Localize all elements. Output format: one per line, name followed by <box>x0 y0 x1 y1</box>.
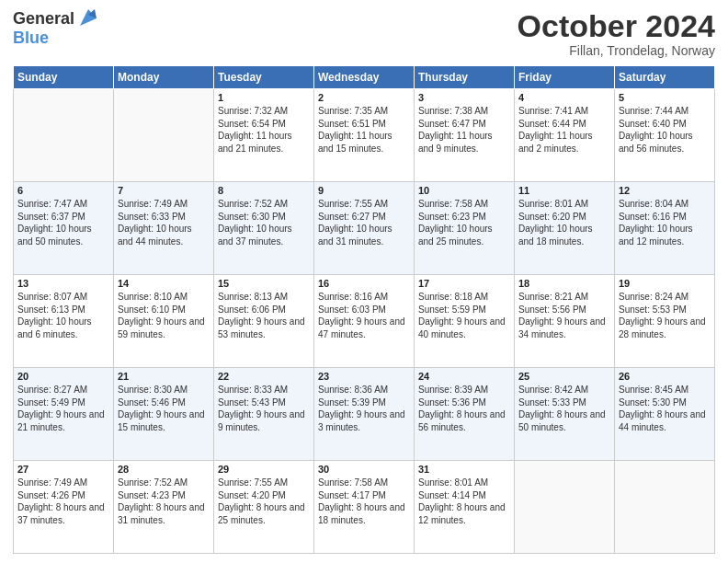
day-number: 9 <box>318 185 410 196</box>
day-info: Sunrise: 8:16 AMSunset: 6:03 PMDaylight:… <box>318 291 410 340</box>
calendar-cell: 16Sunrise: 8:16 AMSunset: 6:03 PMDayligh… <box>314 275 415 368</box>
day-info: Sunrise: 7:52 AMSunset: 6:30 PMDaylight:… <box>218 198 310 247</box>
calendar-header-row: SundayMondayTuesdayWednesdayThursdayFrid… <box>14 66 715 89</box>
calendar-cell: 25Sunrise: 8:42 AMSunset: 5:33 PMDayligh… <box>515 368 615 461</box>
day-number: 23 <box>318 371 410 382</box>
calendar-cell: 6Sunrise: 7:47 AMSunset: 6:37 PMDaylight… <box>14 182 114 275</box>
day-info: Sunrise: 7:32 AMSunset: 6:54 PMDaylight:… <box>218 105 310 155</box>
weekday-header: Sunday <box>14 66 114 89</box>
weekday-header: Wednesday <box>314 66 415 89</box>
day-info: Sunrise: 8:01 AMSunset: 4:14 PMDaylight:… <box>418 477 510 526</box>
day-info: Sunrise: 7:58 AMSunset: 4:17 PMDaylight:… <box>318 477 410 526</box>
calendar-cell: 14Sunrise: 8:10 AMSunset: 6:10 PMDayligh… <box>114 275 214 368</box>
day-info: Sunrise: 7:55 AMSunset: 6:27 PMDaylight:… <box>318 198 410 247</box>
calendar-cell: 23Sunrise: 8:36 AMSunset: 5:39 PMDayligh… <box>314 368 415 461</box>
calendar-cell: 20Sunrise: 8:27 AMSunset: 5:49 PMDayligh… <box>14 368 114 461</box>
day-info: Sunrise: 8:21 AMSunset: 5:56 PMDaylight:… <box>518 291 610 340</box>
day-number: 15 <box>218 278 310 289</box>
day-number: 8 <box>218 185 310 196</box>
calendar-cell: 26Sunrise: 8:45 AMSunset: 5:30 PMDayligh… <box>615 368 715 461</box>
calendar-week-row: 6Sunrise: 7:47 AMSunset: 6:37 PMDaylight… <box>14 182 715 275</box>
weekday-header: Friday <box>515 66 615 89</box>
weekday-header: Monday <box>114 66 214 89</box>
calendar-cell: 30Sunrise: 7:58 AMSunset: 4:17 PMDayligh… <box>314 461 415 554</box>
calendar-cell: 28Sunrise: 7:52 AMSunset: 4:23 PMDayligh… <box>114 461 214 554</box>
calendar-cell: 15Sunrise: 8:13 AMSunset: 6:06 PMDayligh… <box>214 275 314 368</box>
weekday-header: Tuesday <box>214 66 314 89</box>
calendar: SundayMondayTuesdayWednesdayThursdayFrid… <box>13 65 715 554</box>
day-number: 27 <box>17 464 109 475</box>
calendar-cell: 19Sunrise: 8:24 AMSunset: 5:53 PMDayligh… <box>615 275 715 368</box>
calendar-cell: 3Sunrise: 7:38 AMSunset: 6:47 PMDaylight… <box>415 89 515 182</box>
day-number: 20 <box>17 371 109 382</box>
day-number: 28 <box>118 464 210 475</box>
logo-text: General <box>13 10 74 29</box>
day-number: 12 <box>619 185 711 196</box>
calendar-cell: 29Sunrise: 7:55 AMSunset: 4:20 PMDayligh… <box>214 461 314 554</box>
logo-icon <box>76 6 100 29</box>
day-info: Sunrise: 7:49 AMSunset: 4:26 PMDaylight:… <box>17 477 109 526</box>
day-info: Sunrise: 8:04 AMSunset: 6:16 PMDaylight:… <box>619 198 711 247</box>
day-info: Sunrise: 8:18 AMSunset: 5:59 PMDaylight:… <box>418 291 510 340</box>
calendar-week-row: 27Sunrise: 7:49 AMSunset: 4:26 PMDayligh… <box>14 461 715 554</box>
day-info: Sunrise: 7:52 AMSunset: 4:23 PMDaylight:… <box>118 477 210 526</box>
calendar-cell: 18Sunrise: 8:21 AMSunset: 5:56 PMDayligh… <box>515 275 615 368</box>
day-number: 30 <box>318 464 410 475</box>
day-number: 21 <box>118 371 210 382</box>
day-info: Sunrise: 8:39 AMSunset: 5:36 PMDaylight:… <box>418 384 510 433</box>
day-number: 11 <box>518 185 610 196</box>
day-info: Sunrise: 8:30 AMSunset: 5:46 PMDaylight:… <box>118 384 210 433</box>
day-number: 19 <box>619 278 711 289</box>
day-number: 22 <box>218 371 310 382</box>
day-info: Sunrise: 8:45 AMSunset: 5:30 PMDaylight:… <box>619 384 711 433</box>
title-location: Fillan, Trondelag, Norway <box>518 43 715 58</box>
day-info: Sunrise: 8:42 AMSunset: 5:33 PMDaylight:… <box>518 384 610 433</box>
calendar-cell <box>114 89 214 182</box>
calendar-cell <box>615 461 715 554</box>
day-number: 7 <box>118 185 210 196</box>
title-block: October 2024 Fillan, Trondelag, Norway <box>518 9 715 58</box>
title-month: October 2024 <box>518 9 715 43</box>
day-number: 18 <box>518 278 610 289</box>
day-number: 6 <box>17 185 109 196</box>
day-number: 4 <box>518 92 610 103</box>
calendar-cell: 13Sunrise: 8:07 AMSunset: 6:13 PMDayligh… <box>14 275 114 368</box>
day-info: Sunrise: 8:24 AMSunset: 5:53 PMDaylight:… <box>619 291 711 340</box>
day-number: 26 <box>619 371 711 382</box>
day-number: 17 <box>418 278 510 289</box>
calendar-week-row: 20Sunrise: 8:27 AMSunset: 5:49 PMDayligh… <box>14 368 715 461</box>
calendar-cell: 2Sunrise: 7:35 AMSunset: 6:51 PMDaylight… <box>314 89 415 182</box>
day-info: Sunrise: 8:33 AMSunset: 5:43 PMDaylight:… <box>218 384 310 433</box>
day-info: Sunrise: 7:41 AMSunset: 6:44 PMDaylight:… <box>518 105 610 155</box>
day-info: Sunrise: 7:58 AMSunset: 6:23 PMDaylight:… <box>418 198 510 247</box>
calendar-cell: 21Sunrise: 8:30 AMSunset: 5:46 PMDayligh… <box>114 368 214 461</box>
day-info: Sunrise: 7:49 AMSunset: 6:33 PMDaylight:… <box>118 198 210 247</box>
day-info: Sunrise: 7:55 AMSunset: 4:20 PMDaylight:… <box>218 477 310 526</box>
day-info: Sunrise: 8:36 AMSunset: 5:39 PMDaylight:… <box>318 384 410 433</box>
day-number: 14 <box>118 278 210 289</box>
day-info: Sunrise: 7:47 AMSunset: 6:37 PMDaylight:… <box>17 198 109 247</box>
day-number: 29 <box>218 464 310 475</box>
calendar-cell: 27Sunrise: 7:49 AMSunset: 4:26 PMDayligh… <box>14 461 114 554</box>
calendar-cell: 10Sunrise: 7:58 AMSunset: 6:23 PMDayligh… <box>415 182 515 275</box>
day-number: 5 <box>619 92 711 103</box>
calendar-cell <box>14 89 114 182</box>
day-info: Sunrise: 8:07 AMSunset: 6:13 PMDaylight:… <box>17 291 109 340</box>
calendar-cell: 11Sunrise: 8:01 AMSunset: 6:20 PMDayligh… <box>515 182 615 275</box>
weekday-header: Saturday <box>615 66 715 89</box>
calendar-cell: 31Sunrise: 8:01 AMSunset: 4:14 PMDayligh… <box>415 461 515 554</box>
day-info: Sunrise: 8:27 AMSunset: 5:49 PMDaylight:… <box>17 384 109 433</box>
day-number: 2 <box>318 92 410 103</box>
header: General Blue October 2024 Fillan, Tronde… <box>13 9 715 58</box>
day-info: Sunrise: 8:01 AMSunset: 6:20 PMDaylight:… <box>518 198 610 247</box>
day-number: 31 <box>418 464 510 475</box>
calendar-cell: 24Sunrise: 8:39 AMSunset: 5:36 PMDayligh… <box>415 368 515 461</box>
day-info: Sunrise: 8:10 AMSunset: 6:10 PMDaylight:… <box>118 291 210 340</box>
calendar-week-row: 13Sunrise: 8:07 AMSunset: 6:13 PMDayligh… <box>14 275 715 368</box>
calendar-week-row: 1Sunrise: 7:32 AMSunset: 6:54 PMDaylight… <box>14 89 715 182</box>
day-info: Sunrise: 7:44 AMSunset: 6:40 PMDaylight:… <box>619 105 711 155</box>
calendar-cell: 7Sunrise: 7:49 AMSunset: 6:33 PMDaylight… <box>114 182 214 275</box>
calendar-cell: 4Sunrise: 7:41 AMSunset: 6:44 PMDaylight… <box>515 89 615 182</box>
calendar-cell <box>515 461 615 554</box>
day-info: Sunrise: 8:13 AMSunset: 6:06 PMDaylight:… <box>218 291 310 340</box>
